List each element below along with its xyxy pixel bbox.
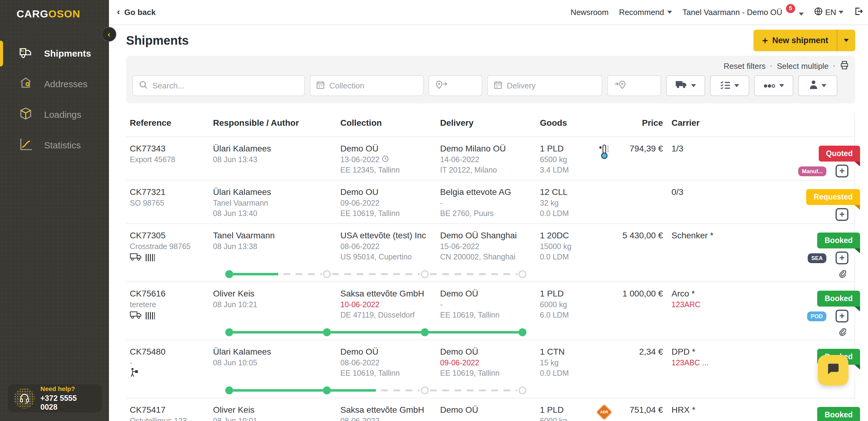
expand-row-button[interactable]: + — [836, 208, 848, 221]
checklist-icon — [720, 80, 731, 92]
expand-row-button[interactable]: + — [836, 310, 848, 322]
table-row[interactable]: CK77305 Crosstrade 98765 — [126, 223, 855, 282]
search-input[interactable] — [152, 81, 298, 91]
sidebar-item-label: Loadings — [44, 109, 82, 120]
reference[interactable]: CK75417 — [130, 404, 209, 416]
user-menu[interactable]: Tanel Vaarmann - Demo OÜ 5 — [683, 8, 804, 17]
sidebar-collapse-button[interactable]: ‹ — [102, 28, 116, 41]
go-back-button[interactable]: ‹ Go back — [117, 8, 156, 17]
paperclip-icon[interactable] — [839, 327, 847, 340]
adr-hazard-icon: ADR — [596, 404, 613, 420]
carrier-reference[interactable]: 123ABC ... — [672, 357, 735, 368]
progress-dot — [323, 386, 331, 394]
delivery-date-field — [487, 75, 602, 96]
topbar-right: Newsroom Recommend Tanel Vaarmann - Demo… — [570, 7, 863, 18]
user-filter-dropdown[interactable] — [798, 75, 837, 96]
sidebar-item-loadings[interactable]: Loadings — [0, 99, 109, 130]
col-header-price: Price — [616, 118, 663, 128]
carrier: DPD * — [672, 346, 735, 357]
select-multiple-link[interactable]: Select multiple — [777, 62, 829, 71]
barcode-icon — [146, 254, 155, 261]
chat-button[interactable] — [818, 355, 848, 386]
cell-collection: Saksa ettevõte GmbH 10-06-2022 DE 47119,… — [337, 288, 436, 320]
status-badge[interactable]: Booked — [817, 232, 860, 249]
paperclip-icon[interactable] — [839, 269, 847, 282]
recommend-menu[interactable]: Recommend — [619, 8, 672, 17]
cell-goods: 1 PLD 6500 kg 3.4 LDM — [536, 143, 589, 175]
cell-collection: Demo OÜ 13-06-2022 EE 12345, Tallinn — [337, 143, 436, 175]
cell-goods: 1 20DC 15000 kg 0.0 LDM — [536, 230, 589, 262]
table-row[interactable]: CK77321 SO 98765 Ülari Kalamees Tanel Va… — [126, 180, 855, 223]
truck-icon — [18, 46, 33, 61]
table-row[interactable]: CK77343 Export 45678 Ülari Kalamees 08 J… — [126, 136, 855, 180]
mode-filter-dropdown[interactable] — [754, 75, 793, 96]
delivery-date-input[interactable] — [507, 81, 596, 91]
sidebar-item-addresses[interactable]: Addresses — [0, 69, 109, 99]
cell-carrier: Schenker * — [663, 230, 735, 262]
goods-weight: 6000 kg — [540, 416, 589, 421]
reference-secondary: - — [130, 357, 209, 368]
status-badge[interactable]: Quoted — [819, 145, 860, 162]
table-row[interactable]: CK75480 - — [126, 339, 855, 398]
cell-collection: Demo OU 09-06-2022 EE 10619, Tallinn — [337, 187, 436, 219]
topbar: ‹ Go back Newsroom Recommend Tanel Vaarm… — [109, 0, 868, 25]
reference[interactable]: CK75616 — [130, 288, 209, 299]
cell-reference: CK75616 teretere — [126, 288, 209, 320]
brand-logo[interactable]: CARGOSON — [0, 0, 109, 20]
reference[interactable]: CK75480 — [130, 346, 209, 357]
status-badge[interactable]: Booked — [817, 291, 860, 306]
col-header-goods: Goods — [536, 118, 589, 128]
delivery-location-field[interactable] — [607, 75, 661, 96]
tag-badge[interactable]: POD — [807, 312, 826, 321]
chart-icon — [18, 137, 33, 153]
expand-row-button[interactable]: + — [836, 252, 848, 264]
table-row[interactable]: CK75616 teretere — [126, 282, 855, 339]
collection-address: DE 47119, Düsseldorf — [340, 310, 436, 320]
col-header-reference: Reference — [126, 118, 209, 128]
carrier-reference[interactable]: 123ARC — [672, 299, 735, 310]
notification-badge[interactable]: 5 — [786, 4, 795, 13]
shipment-progress — [225, 386, 526, 395]
cell-goods-icon: ADR — [589, 404, 616, 421]
sidebar-item-statistics[interactable]: Statistics — [0, 130, 109, 161]
status-filter-dropdown[interactable] — [710, 75, 749, 96]
reference[interactable]: CK77321 — [130, 187, 209, 198]
print-icon[interactable] — [840, 61, 849, 72]
carrier: 0/3 — [672, 187, 735, 198]
language-menu[interactable]: EN — [814, 7, 843, 18]
table-row[interactable]: CK75417 Ostutellimus 123 — [126, 398, 855, 421]
reset-filters-link[interactable]: Reset filters — [723, 62, 766, 71]
cell-price: 1 000,00 € — [616, 288, 663, 320]
goods-qty: 1 PLD — [540, 404, 589, 416]
col-header-delivery: Delivery — [436, 118, 536, 128]
cell-goods: 1 PLD 6000 kg 6.0 LDM — [536, 288, 589, 320]
new-shipment-dropdown-toggle[interactable] — [837, 30, 855, 51]
logout-icon[interactable] — [854, 7, 863, 18]
help-box[interactable]: Need help? +372 5555 0028 — [8, 384, 102, 413]
collection-date-input[interactable] — [329, 81, 417, 91]
help-phone: +372 5555 0028 — [40, 394, 95, 412]
search-icon — [139, 80, 148, 92]
reference[interactable]: CK77343 — [130, 143, 209, 154]
reference-secondary: Ostutellimus 123 — [130, 416, 209, 421]
collection-name: Demo OÜ — [340, 346, 436, 357]
tag-badge[interactable]: SEA — [808, 253, 826, 263]
reference[interactable]: CK77305 — [130, 230, 209, 241]
search-field — [132, 75, 305, 96]
status-badge[interactable]: Booked — [817, 407, 860, 421]
sidebar-item-shipments[interactable]: Shipments — [0, 38, 109, 69]
expand-row-button[interactable]: + — [836, 165, 848, 177]
collection-name: Demo OÜ — [340, 143, 436, 154]
delivery-name: Demo OÜ — [440, 288, 536, 299]
status-badge[interactable]: Requested — [806, 189, 860, 205]
reference-secondary: Crosstrade 98765 — [130, 241, 209, 252]
cell-responsible: Tanel Vaarmann 08 Jun 13:38 — [209, 230, 337, 262]
carrier-filter-dropdown[interactable] — [666, 75, 705, 96]
tag-badge[interactable]: Manuf... — [798, 166, 826, 176]
courier-icon — [130, 367, 138, 380]
cell-delivery: Demo OÜ 09-06-2022 EE 10619, Tallinn — [436, 346, 536, 378]
newsroom-link[interactable]: Newsroom — [570, 8, 609, 17]
collection-location-field[interactable] — [429, 75, 483, 96]
app-root: CARGOSON Shipments — [0, 0, 868, 421]
new-shipment-button[interactable]: + New shipment — [753, 30, 837, 51]
